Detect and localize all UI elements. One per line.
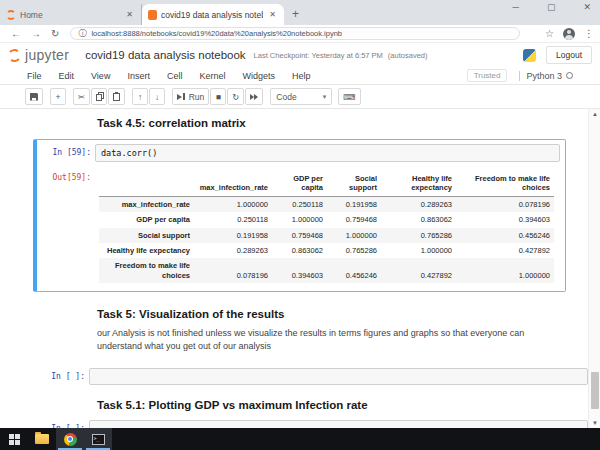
profile-avatar[interactable] [563, 28, 575, 40]
tab-notebook[interactable]: covid19 data analysis notebook ✕ [142, 4, 284, 25]
run-label: Run [189, 92, 205, 102]
scrollbar-thumb[interactable] [591, 372, 599, 409]
table-row: Freedom to make life choices 0.078196 0.… [99, 258, 554, 283]
autosave-text: (autosaved) [388, 51, 428, 60]
bookmark-star-icon[interactable]: ☆ [545, 28, 554, 39]
folder-icon [35, 434, 49, 444]
reload-button[interactable]: ↻ [51, 29, 59, 39]
jupyter-logo-icon[interactable] [7, 48, 22, 63]
col-header: Healthy life expectancy [381, 171, 456, 196]
forward-button[interactable]: → [31, 29, 41, 39]
python-logo-icon [523, 49, 536, 62]
chrome-button[interactable] [56, 428, 84, 450]
run-cell-button[interactable]: Run [172, 88, 209, 105]
move-cell-up-button[interactable]: ↑ [132, 88, 148, 105]
file-explorer-button[interactable] [28, 428, 56, 450]
terminal-button[interactable]: >_ [84, 428, 112, 450]
task-5-description: our Analysis is not finished unless we v… [97, 327, 565, 353]
row-label: GDP per capita [99, 212, 194, 227]
col-header: Freedom to make life choices [456, 171, 554, 196]
scrollbar[interactable]: ▲ ▼ [588, 109, 600, 428]
paste-cell-button[interactable] [108, 88, 125, 105]
chevron-down-icon: ▾ [323, 93, 327, 101]
restart-kernel-button[interactable]: ↻ [227, 88, 244, 105]
jupyter-favicon-icon [6, 10, 16, 20]
code-input[interactable] [89, 368, 588, 385]
window-controls: ─ ▢ ✕ [510, 2, 594, 12]
menu-insert[interactable]: Insert [127, 71, 150, 81]
correlation-table: max_infection_rate GDP per capita Social… [99, 171, 554, 283]
save-icon [30, 93, 38, 101]
cell-type-value: Code [276, 92, 296, 102]
url-text: localhost:8888/notebooks/covid19%20data%… [91, 29, 342, 38]
menu-kernel[interactable]: Kernel [199, 71, 225, 81]
url-actions: ☆ ⋮ [545, 28, 594, 40]
save-button[interactable] [25, 88, 43, 105]
table-row: GDP per capita 0.250118 1.000000 0.75946… [99, 212, 554, 227]
tab-title: covid19 data analysis notebook [161, 10, 263, 20]
copy-icon [96, 94, 102, 101]
output-prompt: Out[59]: [39, 169, 95, 182]
heading-task-5: Task 5: Visualization of the results [97, 308, 588, 320]
windows-taskbar: >_ [0, 428, 600, 450]
browser-menu-icon[interactable]: ⋮ [584, 28, 594, 39]
maximize-button[interactable]: ▢ [544, 2, 559, 12]
table-row: Social support 0.191958 0.759468 1.00000… [99, 228, 554, 243]
logout-button[interactable]: Logout [546, 46, 592, 64]
tab-close-icon[interactable]: ✕ [124, 9, 135, 20]
paste-icon [113, 93, 120, 101]
scroll-up-icon[interactable]: ▲ [589, 109, 600, 119]
table-row: Healthy life expectancy 0.289263 0.86306… [99, 243, 554, 258]
move-cell-down-button[interactable]: ↓ [149, 88, 165, 105]
row-label: Healthy life expectancy [99, 243, 194, 258]
command-palette-button[interactable]: ⌨ [338, 88, 360, 105]
menu-file[interactable]: File [27, 71, 42, 81]
notebook-title[interactable]: covid19 data analysis notebook [85, 49, 245, 61]
menu-cell[interactable]: Cell [167, 71, 183, 81]
table-row: max_infection_rate 1.000000 0.250118 0.1… [99, 196, 554, 212]
code-input[interactable]: data.corr() [95, 144, 560, 162]
chrome-icon [64, 433, 77, 446]
kernel-indicator: Python 3 [519, 71, 573, 81]
tab-title: Home [20, 10, 120, 20]
jupyter-wordmark[interactable]: jupyter [25, 47, 69, 63]
new-tab-button[interactable]: + [292, 7, 299, 21]
code-input[interactable] [89, 420, 588, 428]
trusted-button[interactable]: Trusted [467, 69, 508, 82]
add-cell-button[interactable]: + [50, 88, 66, 105]
row-label: Social support [99, 228, 194, 243]
heading-task-4-5: Task 4.5: correlation matrix [97, 117, 588, 129]
menu-edit[interactable]: Edit [59, 71, 75, 81]
cut-cell-button[interactable]: ✂ [73, 88, 90, 105]
copy-cell-button[interactable] [91, 88, 107, 105]
url-input[interactable]: ⓘ localhost:8888/notebooks/covid19%20dat… [70, 27, 520, 40]
header-right: Logout [523, 46, 592, 64]
empty-code-cell[interactable]: In [ ]: [33, 368, 588, 385]
scroll-down-icon[interactable]: ▼ [589, 418, 600, 428]
col-header: max_infection_rate [194, 171, 272, 196]
start-button[interactable] [0, 428, 28, 450]
col-header: GDP per capita [272, 171, 327, 196]
info-icon[interactable]: ⓘ [78, 28, 86, 39]
tab-close-icon[interactable]: ✕ [267, 9, 278, 20]
back-button[interactable]: ← [11, 29, 21, 39]
code-cell-selected[interactable]: In [59]: data.corr() Out[59]: max_infect… [33, 139, 566, 292]
menu-help[interactable]: Help [292, 71, 311, 81]
heading-task-5-1: Task 5.1: Plotting GDP vs maximum Infect… [97, 399, 588, 411]
menu-widgets[interactable]: Widgets [242, 71, 275, 81]
restart-run-all-button[interactable] [245, 88, 263, 105]
stop-kernel-button[interactable]: ■ [210, 88, 226, 105]
browser-tab-bar: Home ✕ covid19 data analysis notebook ✕ … [0, 0, 600, 25]
windows-logo-icon [9, 434, 20, 445]
input-prompt: In [59]: [39, 144, 95, 157]
output-area: max_infection_rate GDP per capita Social… [95, 169, 560, 283]
minimize-button[interactable]: ─ [510, 2, 522, 12]
menu-view[interactable]: View [91, 71, 110, 81]
table-header-row: max_infection_rate GDP per capita Social… [99, 171, 554, 196]
input-prompt: In [ ]: [33, 368, 89, 381]
close-button[interactable]: ✕ [580, 2, 594, 12]
tab-home[interactable]: Home ✕ [0, 4, 142, 25]
cell-type-dropdown[interactable]: Code ▾ [270, 88, 332, 105]
jupyter-menubar: File Edit View Insert Cell Kernel Widget… [0, 67, 600, 85]
empty-code-cell[interactable]: In [ ]: [33, 420, 588, 428]
